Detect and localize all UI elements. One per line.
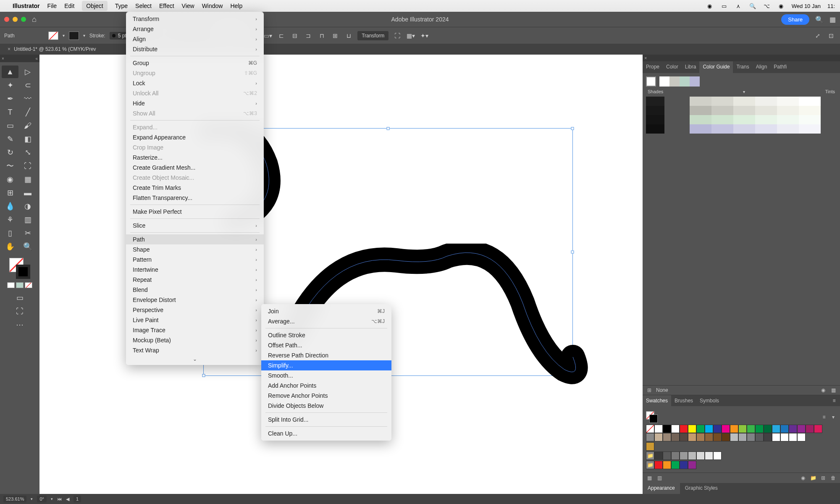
tint-swatch[interactable] [711,106,733,115]
siri-icon[interactable]: ◉ [777,2,785,10]
submenu-item-simplify-[interactable]: Simplify... [261,360,391,370]
submenu-item-offset-path-[interactable]: Offset Path... [261,340,391,350]
align-center-h-icon[interactable]: ⊟ [290,32,299,39]
align-bottom-icon[interactable]: ⊔ [344,32,353,39]
tint-swatch[interactable] [733,106,755,115]
fill-dropdown-icon[interactable]: ▾ [63,33,65,38]
swatch-color[interactable] [797,425,806,433]
tab-swatches[interactable]: Swatches [643,395,671,406]
zoom-level-input[interactable]: 523.61% [3,496,26,502]
sel-handle-tr[interactable] [571,127,574,130]
window-close[interactable] [4,17,9,22]
tint-swatch[interactable] [733,124,755,134]
menu-item-rasterize-[interactable]: Rasterize... [126,152,264,163]
panel-close-icon[interactable]: × [644,55,647,60]
swatch-color[interactable] [780,425,789,433]
menu-item-image-trace[interactable]: Image Trace› [126,325,264,335]
pen-tool[interactable]: ✒ [2,92,18,105]
align-center-v-icon[interactable]: ⊞ [331,32,340,39]
column-graph-tool[interactable]: ▥ [19,213,36,226]
swatch-color[interactable] [705,425,713,433]
harmony-strip[interactable] [659,76,700,87]
transform-button[interactable]: Transform [357,31,388,40]
swatch-color[interactable] [663,433,671,441]
symbol-sprayer-tool[interactable]: ⚘ [2,213,18,226]
swatch-color[interactable] [730,433,738,441]
tab-align[interactable]: Align [753,61,771,73]
tint-swatch[interactable] [690,97,711,106]
menu-item-shape[interactable]: Shape› [126,244,264,255]
shades-tints-dropdown-icon[interactable]: ▾ [743,89,745,94]
swatch-color[interactable] [688,433,696,441]
align-top-icon[interactable]: ⊓ [317,32,326,39]
swatch-gray[interactable] [654,452,663,460]
swatch-color[interactable] [713,433,722,441]
menu-item-distribute[interactable]: Distribute› [126,44,264,54]
delete-swatch-icon[interactable]: 🗑 [830,475,837,481]
type-tool[interactable]: T [2,106,18,118]
swatch-color[interactable] [747,433,755,441]
submenu-item-add-anchor-points[interactable]: Add Anchor Points [261,381,391,391]
tint-swatch[interactable] [733,115,755,124]
swatch-color[interactable] [654,461,663,469]
swatch-group-row[interactable] [646,442,837,451]
width-tool[interactable]: 〜 [2,160,18,172]
submenu-item-join[interactable]: Join⌘J [261,306,391,316]
menu-item-repeat[interactable]: Repeat› [126,275,264,285]
spotlight-icon[interactable]: 🔍 [749,2,756,10]
swatch-gray[interactable] [663,452,671,460]
swatch-none[interactable] [646,425,654,433]
menu-item-group[interactable]: Group⌘G [126,58,264,68]
menu-item-arrange[interactable]: Arrange› [126,24,264,34]
menu-select[interactable]: Select [135,3,152,9]
rotate-tool[interactable]: ↻ [2,146,18,159]
window-minimize[interactable] [13,17,18,22]
window-maximize[interactable] [21,17,26,22]
new-swatch-icon[interactable]: ⊞ [820,475,827,481]
document-tab[interactable]: × Untitled-1* @ 523.61 % (CMYK/Prev [3,46,100,52]
menu-effect[interactable]: Effect [159,3,174,9]
menu-item-intertwine[interactable]: Intertwine› [126,265,264,275]
free-transform-tool[interactable]: ⛶ [19,160,36,172]
artboard-tool[interactable]: ▯ [2,227,18,239]
tint-swatch[interactable] [690,124,711,134]
creative-cloud-icon[interactable]: ◉ [706,2,714,10]
swatch-color[interactable] [705,433,713,441]
swatch-gray[interactable] [713,452,722,460]
shade-swatch[interactable] [646,106,664,115]
swatch-gray-row[interactable]: 📁 [646,452,837,460]
swatch-color[interactable] [646,433,654,441]
tint-swatch[interactable] [755,124,777,134]
blend-tool[interactable]: ◑ [19,200,36,213]
harmony-swatch[interactable] [669,76,680,87]
fill-swatch[interactable] [48,32,58,40]
swatch-color[interactable] [772,433,780,441]
color-guide-grid[interactable] [646,97,837,134]
menu-item-flatten-transparency-[interactable]: Flatten Transparency... [126,193,264,203]
paintbrush-tool[interactable]: 🖌 [19,119,36,132]
gradient-mode-btn[interactable] [16,282,24,288]
swatch-group-row-2[interactable]: 📁 [646,461,837,469]
menu-object[interactable]: Object [82,1,107,11]
tint-swatch[interactable] [777,124,799,134]
none-mode-btn[interactable] [25,282,32,288]
edit-toolbar-icon[interactable]: ✦▾ [420,32,429,39]
isolate-icon[interactable]: ⛶ [393,32,402,39]
submenu-item-divide-objects-below[interactable]: Divide Objects Below [261,401,391,411]
swatch-color[interactable] [671,433,680,441]
swatch-color[interactable] [730,425,738,433]
swatch-color[interactable] [789,425,797,433]
select-similar-icon[interactable]: ▦▾ [406,32,415,39]
menu-item-path[interactable]: Path› [126,234,264,244]
search-icon[interactable]: 🔍 [815,16,824,24]
submenu-item-smooth-[interactable]: Smooth... [261,370,391,381]
tint-swatch[interactable] [777,106,799,115]
home-icon[interactable]: ⌂ [32,15,37,24]
tint-swatch[interactable] [799,97,821,106]
menu-file[interactable]: File [47,3,57,9]
menu-item-create-gradient-mesh-[interactable]: Create Gradient Mesh... [126,163,264,173]
perspective-grid-tool[interactable]: ▦ [19,173,36,186]
swatch-color[interactable] [680,433,688,441]
menu-scroll-down-icon[interactable]: ⌄ [126,355,264,363]
menu-item-live-paint[interactable]: Live Paint› [126,315,264,325]
